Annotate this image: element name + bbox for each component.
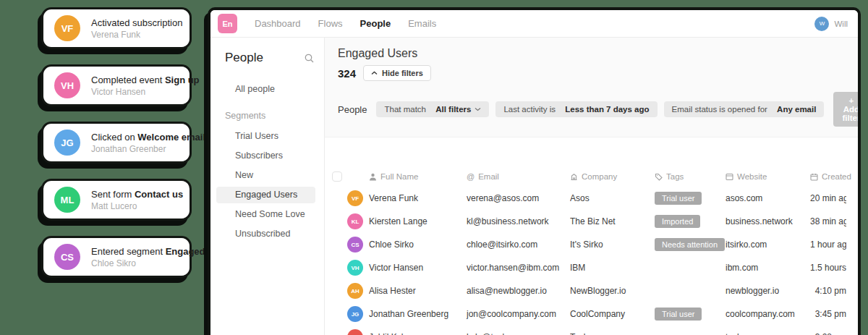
cell-website: itsirko.com xyxy=(726,239,810,250)
sidebar-item-unsubscribed[interactable]: Unsubscribed xyxy=(216,226,315,242)
activity-person: Chloe Sikro xyxy=(91,258,205,269)
table-row[interactable]: VF Verena Funk verena@asos.com Asos Tria… xyxy=(332,187,846,210)
cell-company: Tesla xyxy=(570,332,655,335)
cell-company: NewBlogger.io xyxy=(570,286,655,296)
chevron-down-icon xyxy=(475,107,481,111)
cell-email: kyle@tesla.com xyxy=(467,332,570,335)
activity-card[interactable]: CS Entered segment Engaged Chloe Sikro xyxy=(41,236,192,278)
activity-feed: VF Activated subscription Verena Funk VH… xyxy=(41,7,192,293)
cell-email: jon@coolcompany.com xyxy=(467,309,570,319)
avatar: VH xyxy=(54,72,80,98)
filter-bar: People That match All filters Last activ… xyxy=(338,92,845,127)
column-header: Tags xyxy=(666,172,684,181)
sidebar-item-need-some-love[interactable]: Need Some Love xyxy=(216,206,315,223)
activity-title: Clicked on Welcome email xyxy=(91,131,205,143)
cell-created: 3:45 pm xyxy=(810,309,846,319)
table-row[interactable]: JG Jonathan Greenberg jon@coolcompany.co… xyxy=(332,302,846,326)
cell-full-name: Alisa Hester xyxy=(369,286,467,296)
people-table: Full Name @ Email Company Tags xyxy=(325,137,858,335)
calendar-icon xyxy=(810,173,818,181)
app-logo[interactable]: En xyxy=(218,14,237,33)
browser-icon xyxy=(726,173,733,181)
sidebar-item-new[interactable]: New xyxy=(216,167,315,184)
chevron-up-icon xyxy=(371,71,378,75)
table-row[interactable]: JK Jahlil Kyle kyle@tesla.com Tesla tesl… xyxy=(332,326,846,335)
tag-icon xyxy=(655,173,663,181)
cell-website: tesla.com xyxy=(726,332,810,335)
cell-website: ibm.com xyxy=(726,263,810,273)
tag-badge: Imported xyxy=(655,215,700,228)
people-count: 324 xyxy=(338,67,356,80)
user-avatar: W xyxy=(814,17,829,31)
avatar: CS xyxy=(347,237,363,253)
filter-email-status[interactable]: Email status is opened for Any email xyxy=(664,101,825,117)
cell-website: asos.com xyxy=(726,193,810,203)
avatar: CS xyxy=(54,244,80,270)
sidebar-item-engaged-users[interactable]: Engaged Users xyxy=(216,187,315,203)
select-all-checkbox[interactable] xyxy=(332,171,342,182)
activity-card[interactable]: JG Clicked on Welcome email Jonathan Gre… xyxy=(41,122,192,164)
nav-item-dashboard[interactable]: Dashboard xyxy=(255,18,301,29)
sidebar-item-subscribers[interactable]: Subscribers xyxy=(216,148,315,164)
column-header: Company xyxy=(582,172,617,181)
filter-last-activity[interactable]: Last activity is Less than 7 days ago xyxy=(495,101,657,117)
activity-title: Sent form Contact us xyxy=(91,188,183,200)
hide-filters-button[interactable]: Hide filters xyxy=(363,65,431,81)
cell-full-name: Verena Funk xyxy=(369,193,467,203)
table-header-row: Full Name @ Email Company Tags xyxy=(332,169,846,184)
avatar: JG xyxy=(54,130,80,156)
filter-match-all[interactable]: That match All filters xyxy=(376,101,489,117)
activity-card[interactable]: VF Activated subscription Verena Funk xyxy=(41,7,192,49)
avatar: VF xyxy=(347,190,363,206)
cell-email: kl@business.network xyxy=(467,216,570,226)
page-title: Engaged Users xyxy=(338,47,845,60)
cell-email: alisa@newblogger.io xyxy=(467,286,570,296)
avatar: KL xyxy=(347,213,363,229)
activity-person: Verena Funk xyxy=(91,29,182,41)
search-icon[interactable] xyxy=(305,54,314,63)
table-row[interactable]: CS Chloe Sirko chloe@itsirko.com It's Si… xyxy=(332,233,846,256)
filter-row-label: People xyxy=(338,104,367,115)
avatar: VH xyxy=(347,260,363,276)
main-content: Engaged Users 324 Hide filters People xyxy=(325,38,858,335)
at-icon: @ xyxy=(467,173,475,181)
activity-card[interactable]: ML Sent form Contact us Matt Lucero xyxy=(41,179,192,221)
cell-company: It's Sirko xyxy=(570,239,655,250)
table-row[interactable]: AH Alisa Hester alisa@newblogger.io NewB… xyxy=(332,279,846,302)
cell-created: 1.5 hours ago xyxy=(810,263,846,273)
nav-item-emails[interactable]: Emails xyxy=(408,18,436,29)
activity-title: Completed event Sign up xyxy=(91,74,200,86)
column-header: Email xyxy=(478,172,499,181)
add-filter-button[interactable]: + Add filter xyxy=(833,92,861,127)
avatar: VF xyxy=(54,15,80,41)
activity-person: Victor Hansen xyxy=(91,86,200,98)
nav-item-flows[interactable]: Flows xyxy=(318,18,343,29)
activity-person: Matt Lucero xyxy=(91,200,183,212)
avatar: JG xyxy=(347,306,363,322)
cell-full-name: Jahlil Kyle xyxy=(369,332,467,335)
activity-person: Jonathan Greenber xyxy=(91,143,205,155)
cell-company: CoolCompany xyxy=(570,309,655,319)
sidebar-item-all-people[interactable]: All people xyxy=(216,81,315,98)
activity-title: Entered segment Engaged xyxy=(91,245,205,258)
activity-card[interactable]: VH Completed event Sign up Victor Hansen xyxy=(41,64,192,106)
cell-email: victor.hansen@ibm.com xyxy=(467,263,570,273)
cell-full-name: Chloe Sirko xyxy=(369,239,467,250)
cell-full-name: Victor Hansen xyxy=(369,263,467,273)
cell-created: 1 hour ago xyxy=(810,239,846,250)
user-menu[interactable]: W Will xyxy=(814,17,848,31)
cell-created: 20 min ago xyxy=(810,193,846,203)
people-sidebar: People All people Segments Trial Users S… xyxy=(210,38,325,335)
cell-full-name: Jonathan Greenberg xyxy=(369,309,467,319)
cell-company: IBM xyxy=(570,263,655,273)
table-row[interactable]: KL Kiersten Lange kl@business.network Th… xyxy=(332,210,846,233)
sidebar-item-trial-users[interactable]: Trial Users xyxy=(216,128,315,145)
cell-company: Asos xyxy=(570,193,655,203)
sidebar-section-segments: Segments xyxy=(216,108,324,124)
table-row[interactable]: VH Victor Hansen victor.hansen@ibm.com I… xyxy=(332,256,846,279)
nav-item-people[interactable]: People xyxy=(360,18,391,29)
desktop-background: VF Activated subscription Verena Funk VH… xyxy=(0,0,868,335)
building-icon xyxy=(570,173,578,181)
sidebar-title: People xyxy=(225,51,263,65)
column-header: Full Name xyxy=(380,172,418,181)
